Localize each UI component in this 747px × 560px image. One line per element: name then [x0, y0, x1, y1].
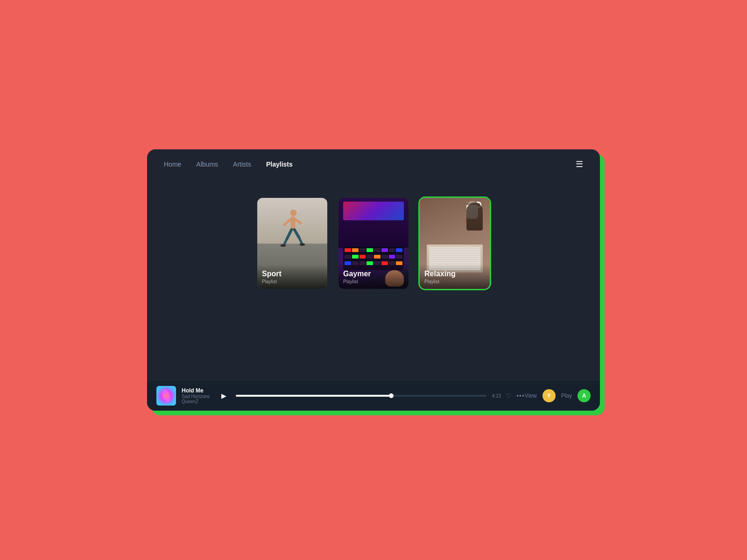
view-label: View	[525, 392, 537, 399]
player-actions: ♡ •••	[506, 392, 525, 399]
key	[352, 255, 359, 259]
person-silhouette	[466, 203, 483, 231]
gaymer-title: Gaymer	[343, 270, 404, 278]
player-bar: Hold Me Sad Horizons QueenZ ▶ 4:23 ♡ •••	[147, 381, 600, 411]
sport-subtitle: Playlist	[262, 279, 323, 284]
relaxing-overlay: Relaxing Playlist	[420, 264, 490, 289]
time-display: 4:23	[492, 393, 501, 399]
key-row-2	[343, 253, 404, 260]
key	[389, 248, 395, 252]
svg-line-6	[295, 230, 299, 238]
more-options-button[interactable]: •••	[516, 392, 525, 399]
key	[396, 248, 402, 252]
svg-line-7	[299, 238, 302, 244]
progress-thumb	[389, 393, 394, 398]
progress-fill	[236, 395, 391, 397]
key	[381, 248, 388, 252]
player-info: Hold Me Sad Horizons QueenZ	[182, 387, 210, 404]
player-right: View Y Play A	[525, 389, 591, 402]
player-artwork	[156, 386, 176, 406]
menu-icon[interactable]: ☰	[576, 160, 583, 169]
monitor-area	[338, 198, 409, 248]
playlist-card-gaymer[interactable]: Gaymer Playlist	[338, 198, 409, 289]
view-avatar[interactable]: Y	[543, 389, 556, 402]
svg-point-8	[281, 244, 286, 247]
playlist-card-relaxing[interactable]: Relaxing Playlist	[420, 198, 490, 289]
key	[374, 255, 381, 259]
key	[396, 255, 402, 259]
app-window: Home Albums Artists Playlists ☰	[147, 149, 600, 411]
key	[366, 255, 373, 259]
nav-right: ☰	[576, 159, 583, 169]
progress-container	[236, 395, 486, 397]
svg-line-3	[296, 219, 301, 223]
svg-line-2	[284, 219, 291, 225]
key	[345, 255, 351, 259]
playlist-card-sport[interactable]: Sport Playlist	[257, 198, 327, 289]
svg-line-5	[284, 239, 287, 245]
key	[359, 255, 366, 259]
svg-point-0	[290, 210, 297, 216]
app-container: Home Albums Artists Playlists ☰	[147, 149, 600, 411]
nav-artists[interactable]: Artists	[233, 161, 251, 168]
relaxing-title: Relaxing	[424, 270, 485, 278]
key	[359, 248, 366, 252]
play-avatar[interactable]: A	[578, 389, 591, 402]
key	[381, 255, 388, 259]
sport-title: Sport	[262, 270, 323, 278]
key	[389, 255, 395, 259]
artwork-svg	[156, 386, 176, 406]
screen-glow	[343, 202, 404, 220]
runner-svg	[280, 207, 305, 254]
player-title: Hold Me	[182, 387, 210, 394]
relaxing-subtitle: Playlist	[424, 279, 485, 284]
nav-home[interactable]: Home	[164, 161, 181, 168]
key	[352, 248, 359, 252]
key	[374, 248, 381, 252]
nav-albums[interactable]: Albums	[196, 161, 218, 168]
gaymer-subtitle: Playlist	[343, 279, 404, 284]
nav-bar: Home Albums Artists Playlists ☰	[147, 149, 600, 179]
key	[366, 248, 373, 252]
gaymer-overlay: Gaymer Playlist	[338, 264, 409, 289]
sport-overlay: Sport Playlist	[257, 264, 327, 289]
nav-playlists[interactable]: Playlists	[266, 161, 293, 168]
key-row-1	[343, 247, 404, 253]
nav-links: Home Albums Artists Playlists	[164, 161, 293, 168]
player-controls: ▶ 4:23	[217, 389, 501, 402]
player-album: Sad Horizons	[182, 394, 210, 399]
key	[345, 248, 351, 252]
main-content: Sport Playlist	[147, 179, 600, 381]
player-artist: QueenZ	[182, 399, 210, 404]
svg-point-9	[300, 243, 305, 246]
progress-bar[interactable]	[236, 395, 486, 397]
play-pause-button[interactable]: ▶	[217, 389, 230, 402]
play-label: Play	[561, 392, 572, 399]
svg-line-4	[287, 230, 292, 239]
heart-button[interactable]: ♡	[506, 392, 512, 399]
